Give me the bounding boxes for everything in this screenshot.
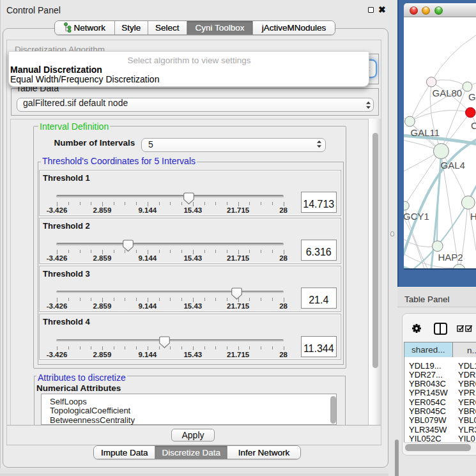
svg-text:GAL11: GAL11 <box>411 127 440 138</box>
svg-text:GCY1: GCY1 <box>404 211 429 222</box>
svg-text:H: H <box>470 211 476 222</box>
svg-text:GAL80: GAL80 <box>433 88 463 98</box>
svg-text:HAP2: HAP2 <box>438 252 463 263</box>
svg-text:C: C <box>471 120 476 131</box>
svg-text:GA: GA <box>468 91 476 102</box>
svg-text:GAL4: GAL4 <box>441 160 465 171</box>
